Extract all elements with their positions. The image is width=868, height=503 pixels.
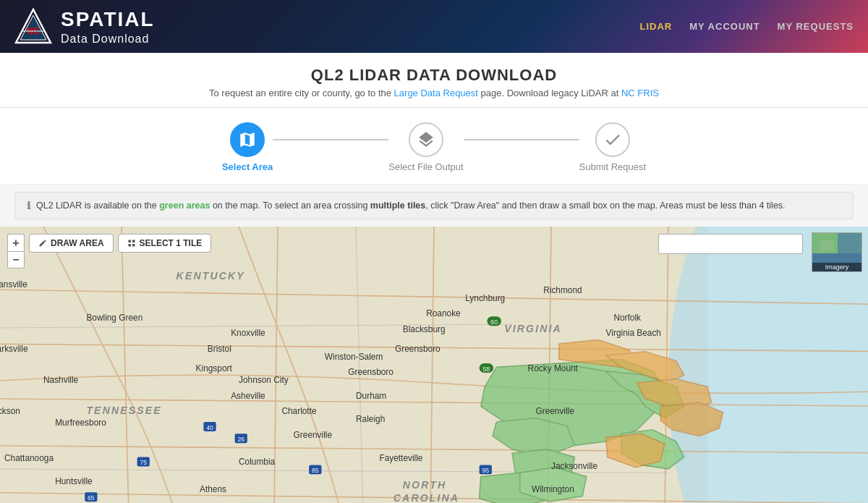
svg-text:Raleigh: Raleigh bbox=[356, 414, 385, 424]
svg-text:58: 58 bbox=[483, 365, 490, 373]
layers-icon bbox=[417, 130, 435, 149]
svg-text:Blacksburg: Blacksburg bbox=[403, 324, 446, 334]
svg-text:Murfreesboro: Murfreesboro bbox=[55, 418, 106, 428]
nav-my-requests[interactable]: MY REQUESTS bbox=[778, 21, 854, 32]
svg-text:Jackson: Jackson bbox=[0, 406, 20, 416]
svg-text:Virginia Beach: Virginia Beach bbox=[606, 328, 661, 338]
svg-text:Charlotte: Charlotte bbox=[281, 406, 317, 416]
svg-text:Columbia: Columbia bbox=[239, 457, 276, 467]
select-tile-button[interactable]: SELECT 1 TILE bbox=[118, 234, 212, 253]
check-icon bbox=[603, 130, 622, 149]
info-text: QL2 LiDAR is available on the green area… bbox=[36, 200, 786, 211]
header: NC SPATIAL Data Download LIDAR MY ACCOUN… bbox=[0, 0, 868, 53]
svg-text:95: 95 bbox=[482, 467, 489, 474]
app-title: SPATIAL Data Download bbox=[61, 7, 155, 46]
svg-text:Greenville: Greenville bbox=[535, 406, 574, 416]
svg-text:Evansville: Evansville bbox=[0, 279, 27, 289]
step-file-output[interactable]: Select File Output bbox=[388, 122, 463, 172]
page-title: QL2 LIDAR DATA DOWNLOAD bbox=[0, 66, 868, 85]
large-data-request-link[interactable]: Large Data Request bbox=[394, 88, 478, 98]
logo-icon: NC bbox=[14, 8, 52, 46]
svg-text:60: 60 bbox=[490, 318, 498, 326]
step-1-label: Select Area bbox=[222, 161, 273, 172]
svg-text:Asheville: Asheville bbox=[231, 391, 265, 401]
zoom-in-button[interactable]: + bbox=[7, 234, 25, 251]
app-title-sub: Data Download bbox=[61, 32, 155, 46]
svg-text:Richmond: Richmond bbox=[543, 285, 582, 295]
pencil-icon bbox=[38, 239, 47, 248]
step-1-circle bbox=[230, 122, 265, 157]
svg-text:TENNESSEE: TENNESSEE bbox=[86, 405, 161, 416]
map-svg: Evansville Bowling Green Clarksville Nas… bbox=[0, 227, 868, 503]
info-bar: ℹ QL2 LiDAR is available on the green ar… bbox=[14, 192, 854, 219]
zoom-out-button[interactable]: − bbox=[7, 251, 25, 269]
svg-text:Jacksonville: Jacksonville bbox=[551, 461, 597, 471]
step-submit[interactable]: Submit Request bbox=[579, 122, 647, 172]
svg-text:Greenville: Greenville bbox=[294, 430, 333, 440]
svg-text:Greensboro: Greensboro bbox=[348, 367, 393, 377]
step-select-area[interactable]: Select Area bbox=[222, 122, 273, 172]
svg-text:Lynchburg: Lynchburg bbox=[465, 293, 505, 303]
svg-text:Johnson City: Johnson City bbox=[239, 375, 289, 385]
nav-lidar[interactable]: LIDAR bbox=[640, 21, 673, 32]
svg-text:Clarksville: Clarksville bbox=[0, 344, 28, 354]
step-2-circle bbox=[409, 122, 443, 157]
svg-text:26: 26 bbox=[237, 436, 244, 443]
grid-icon bbox=[127, 239, 136, 248]
map-search-input[interactable] bbox=[658, 234, 803, 254]
svg-text:Athens: Athens bbox=[200, 484, 226, 494]
header-logo-area: NC SPATIAL Data Download bbox=[14, 7, 155, 46]
svg-text:Fayetteville: Fayetteville bbox=[379, 453, 422, 463]
step-line-2 bbox=[464, 139, 579, 140]
svg-text:Huntsville: Huntsville bbox=[55, 476, 93, 486]
svg-text:KENTUCKY: KENTUCKY bbox=[176, 270, 245, 282]
map-search-area bbox=[658, 234, 803, 254]
step-3-label: Submit Request bbox=[579, 161, 647, 172]
nav-my-account[interactable]: MY ACCOUNT bbox=[689, 21, 760, 32]
svg-rect-8 bbox=[820, 240, 834, 251]
svg-text:Rocky Mount: Rocky Mount bbox=[528, 363, 579, 373]
svg-text:Winston-Salem: Winston-Salem bbox=[325, 352, 383, 362]
svg-text:75: 75 bbox=[140, 459, 147, 466]
page-subtitle: To request an entire city or county, go … bbox=[0, 88, 868, 98]
svg-text:Nashville: Nashville bbox=[43, 375, 79, 385]
multiple-tiles-label: multiple tiles bbox=[370, 200, 425, 211]
svg-text:85: 85 bbox=[312, 467, 319, 474]
svg-text:Bowling Green: Bowling Green bbox=[86, 313, 142, 323]
map-icon bbox=[238, 130, 257, 149]
title-bar: QL2 LIDAR DATA DOWNLOAD To request an en… bbox=[0, 53, 868, 108]
svg-text:Norfolk: Norfolk bbox=[613, 313, 641, 323]
svg-rect-6 bbox=[838, 233, 862, 253]
step-2-label: Select File Output bbox=[388, 161, 463, 172]
svg-text:Durham: Durham bbox=[356, 391, 386, 401]
svg-text:Wilmington: Wilmington bbox=[532, 484, 574, 494]
zoom-controls: + − bbox=[7, 234, 25, 269]
svg-text:VIRGINIA: VIRGINIA bbox=[504, 323, 562, 334]
step-3-circle bbox=[595, 122, 630, 157]
steps-bar: Select Area Select File Output Submit Re… bbox=[0, 108, 868, 185]
header-nav: LIDAR MY ACCOUNT MY REQUESTS bbox=[640, 21, 854, 32]
svg-text:NORTH: NORTH bbox=[403, 479, 446, 491]
green-areas-label: green areas bbox=[159, 200, 210, 211]
svg-text:Knoxville: Knoxville bbox=[231, 328, 265, 338]
svg-text:Roanoke: Roanoke bbox=[426, 308, 461, 318]
nc-fris-link[interactable]: NC FRIS bbox=[621, 88, 659, 98]
map-action-buttons: DRAW AREA SELECT 1 TILE bbox=[29, 234, 211, 253]
svg-text:65: 65 bbox=[88, 494, 95, 502]
app-title-spatial: SPATIAL bbox=[61, 7, 155, 32]
info-icon: ℹ bbox=[27, 200, 30, 211]
draw-area-button[interactable]: DRAW AREA bbox=[29, 234, 114, 253]
thumbnail-label: Imagery bbox=[812, 263, 861, 271]
svg-text:Bristol: Bristol bbox=[208, 344, 231, 354]
map-thumbnail[interactable]: Imagery bbox=[812, 232, 862, 272]
svg-text:40: 40 bbox=[206, 424, 213, 431]
svg-text:Greensboro: Greensboro bbox=[395, 344, 441, 354]
svg-text:Kingsport: Kingsport bbox=[196, 363, 233, 373]
step-line-1 bbox=[273, 139, 388, 140]
map-container[interactable]: + − DRAW AREA SELECT 1 TILE Imagery bbox=[0, 227, 868, 503]
svg-text:Chattanooga: Chattanooga bbox=[4, 453, 54, 463]
svg-text:CAROLINA: CAROLINA bbox=[393, 492, 459, 503]
